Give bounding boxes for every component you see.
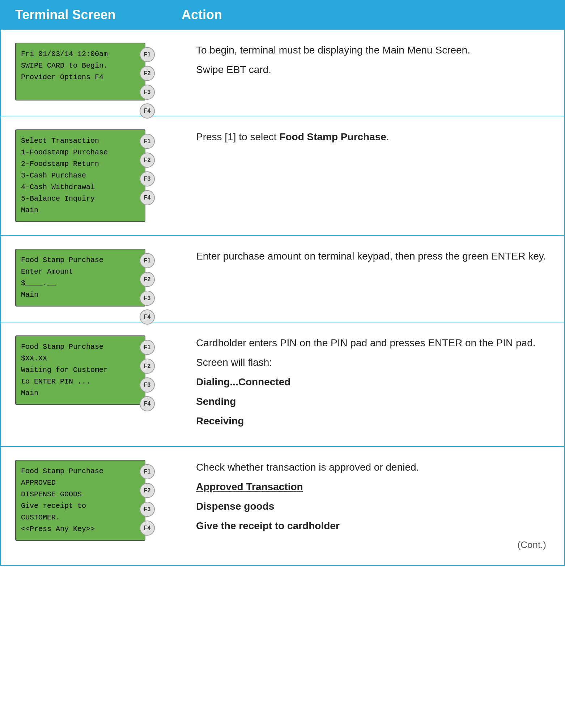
action-text: Press [1] to select bbox=[196, 131, 279, 142]
screen-text: Food Stamp Purchase APPROVED DISPENSE GO… bbox=[21, 466, 140, 535]
fkey-button[interactable]: F2 bbox=[140, 272, 155, 287]
action-paragraph: Dispense goods bbox=[196, 499, 550, 514]
action-paragraph: Approved Transaction bbox=[196, 479, 550, 494]
action-paragraph: Screen will flash: bbox=[196, 355, 550, 370]
terminal-cell: Food Stamp Purchase APPROVED DISPENSE GO… bbox=[15, 460, 182, 541]
screen-line: 1-Foodstamp Purchase bbox=[21, 147, 122, 158]
terminal-screen: Food Stamp Purchase APPROVED DISPENSE GO… bbox=[15, 460, 145, 541]
screen-line: 5-Balance Inquiry bbox=[21, 193, 122, 205]
terminal-cell: Food Stamp Purchase Enter Amount $____._… bbox=[15, 249, 182, 307]
action-paragraph: Swipe EBT card. bbox=[196, 62, 550, 77]
action-text-bold: Food Stamp Purchase bbox=[279, 131, 386, 142]
screen-line: 2-Foodstamp Return bbox=[21, 158, 122, 170]
main-table: Terminal Screen Action Fri 01/03/14 12:0… bbox=[0, 0, 565, 566]
screen-line: $____.__ bbox=[21, 278, 122, 289]
screen-line: 4-Cash Withdrawal bbox=[21, 181, 122, 193]
fkey-button[interactable]: F4 bbox=[140, 190, 155, 205]
fkey-button[interactable]: F3 bbox=[140, 502, 155, 517]
fkey-button[interactable]: F3 bbox=[140, 291, 155, 306]
screen-line: Food Stamp Purchase bbox=[21, 254, 122, 266]
fkey-button[interactable]: F1 bbox=[140, 134, 155, 149]
screen-line: Provider Options F4 bbox=[21, 72, 122, 83]
fkey-button[interactable]: F4 bbox=[140, 396, 155, 411]
action-paragraph: Press [1] to select Food Stamp Purchase. bbox=[196, 129, 550, 145]
screen-line: Give receipt to bbox=[21, 500, 122, 512]
fkey-button[interactable]: F1 bbox=[140, 253, 155, 268]
table-row: Fri 01/03/14 12:00amSWIPE CARD to Begin.… bbox=[1, 29, 564, 116]
fkey-button[interactable]: F4 bbox=[140, 103, 155, 119]
action-paragraph: To begin, terminal must be displaying th… bbox=[196, 43, 550, 58]
screen-line: Main bbox=[21, 289, 122, 301]
fkey-button[interactable]: F2 bbox=[140, 483, 155, 498]
fkey-button[interactable]: F1 bbox=[140, 47, 155, 62]
fkey-button[interactable]: F2 bbox=[140, 153, 155, 168]
action-cell: Enter purchase amount on terminal keypad… bbox=[182, 249, 550, 268]
action-cell: Press [1] to select Food Stamp Purchase. bbox=[182, 129, 550, 149]
fkey-button[interactable]: F3 bbox=[140, 377, 155, 393]
fkey-button[interactable]: F3 bbox=[140, 171, 155, 187]
screen-text: Food Stamp Purchase$XX.XXWaiting for Cus… bbox=[21, 341, 140, 399]
action-paragraph: Cardholder enters PIN on the PIN pad and… bbox=[196, 335, 550, 351]
screen-line: Main bbox=[21, 205, 122, 216]
screen-line: 3-Cash Purchase bbox=[21, 170, 122, 181]
screen-text: Select Transaction1-Foodstamp Purchase2-… bbox=[21, 135, 140, 216]
screen-line: <<Press Any Key>> bbox=[21, 523, 122, 535]
screen-line: CUSTOMER. bbox=[21, 512, 122, 523]
screen-line: Select Transaction bbox=[21, 135, 122, 147]
fkey-group: F1F2F3F4 bbox=[140, 340, 155, 411]
fkey-group: F1F2F3F4 bbox=[140, 253, 155, 325]
header-terminal-label: Terminal Screen bbox=[15, 7, 182, 22]
screen-line: $XX.XX bbox=[21, 353, 122, 364]
fkey-button[interactable]: F2 bbox=[140, 359, 155, 374]
screen-line: SWIPE CARD to Begin. bbox=[21, 60, 122, 72]
screen-line: Enter Amount bbox=[21, 266, 122, 278]
terminal-screen: Food Stamp Purchase$XX.XXWaiting for Cus… bbox=[15, 335, 145, 405]
terminal-cell: Fri 01/03/14 12:00amSWIPE CARD to Begin.… bbox=[15, 43, 182, 100]
table-header: Terminal Screen Action bbox=[1, 1, 564, 29]
terminal-cell: Select Transaction1-Foodstamp Purchase2-… bbox=[15, 129, 182, 222]
table-row: Food Stamp Purchase APPROVED DISPENSE GO… bbox=[1, 446, 564, 565]
screen-line: APPROVED bbox=[21, 477, 122, 489]
screen-line: Fri 01/03/14 12:00am bbox=[21, 48, 122, 60]
screen-line: DISPENSE GOODS bbox=[21, 489, 122, 500]
fkey-group: F1F2F3F4 bbox=[140, 464, 155, 536]
fkey-button[interactable]: F2 bbox=[140, 66, 155, 81]
fkey-button[interactable]: F4 bbox=[140, 521, 155, 536]
fkey-button[interactable]: F3 bbox=[140, 85, 155, 100]
action-paragraph: Sending bbox=[196, 394, 550, 409]
screen-line: Waiting for Customer bbox=[21, 364, 122, 376]
screen-text: Fri 01/03/14 12:00amSWIPE CARD to Begin.… bbox=[21, 48, 140, 83]
screen-line: to ENTER PIN ... bbox=[21, 376, 122, 387]
table-row: Food Stamp Purchase Enter Amount $____._… bbox=[1, 235, 564, 322]
header-action-label: Action bbox=[182, 7, 550, 22]
action-cell: Check whether transaction is approved or… bbox=[182, 460, 550, 552]
fkey-group: F1F2F3F4 bbox=[140, 134, 155, 205]
cont-label: (Cont.) bbox=[196, 538, 550, 552]
rows-container: Fri 01/03/14 12:00amSWIPE CARD to Begin.… bbox=[1, 29, 564, 565]
action-paragraph: Dialing...Connected bbox=[196, 374, 550, 390]
action-cell: To begin, terminal must be displaying th… bbox=[182, 43, 550, 82]
screen-line: Main bbox=[21, 387, 122, 399]
action-paragraph: Enter purchase amount on terminal keypad… bbox=[196, 249, 550, 264]
action-paragraph: Give the receipt to cardholder bbox=[196, 518, 550, 534]
action-cell: Cardholder enters PIN on the PIN pad and… bbox=[182, 335, 550, 433]
terminal-screen: Food Stamp Purchase Enter Amount $____._… bbox=[15, 249, 145, 307]
screen-line: Food Stamp Purchase bbox=[21, 466, 122, 477]
action-paragraph: Check whether transaction is approved or… bbox=[196, 460, 550, 475]
screen-text: Food Stamp Purchase Enter Amount $____._… bbox=[21, 254, 140, 301]
terminal-cell: Food Stamp Purchase$XX.XXWaiting for Cus… bbox=[15, 335, 182, 405]
fkey-button[interactable]: F4 bbox=[140, 309, 155, 325]
fkey-group: F1F2F3F4 bbox=[140, 47, 155, 119]
table-row: Food Stamp Purchase$XX.XXWaiting for Cus… bbox=[1, 322, 564, 446]
fkey-button[interactable]: F1 bbox=[140, 464, 155, 479]
screen-line: Food Stamp Purchase bbox=[21, 341, 122, 353]
action-paragraph: Receiving bbox=[196, 414, 550, 429]
fkey-button[interactable]: F1 bbox=[140, 340, 155, 355]
action-text: Approved Transaction bbox=[196, 481, 303, 492]
terminal-screen: Fri 01/03/14 12:00amSWIPE CARD to Begin.… bbox=[15, 43, 145, 100]
terminal-screen: Select Transaction1-Foodstamp Purchase2-… bbox=[15, 129, 145, 222]
table-row: Select Transaction1-Foodstamp Purchase2-… bbox=[1, 116, 564, 235]
